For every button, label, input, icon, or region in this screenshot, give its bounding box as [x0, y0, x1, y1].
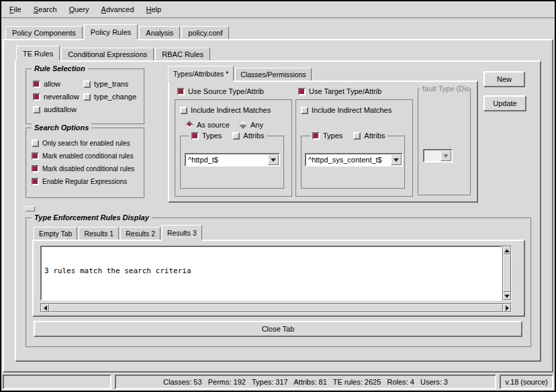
- results-vertical-scrollbar[interactable]: [502, 246, 512, 301]
- scroll-left-button[interactable]: [41, 304, 49, 312]
- tab-classes-permissions[interactable]: Classes/Permissions: [235, 68, 311, 81]
- combobox-value: ^httpd_t$: [186, 154, 268, 165]
- radio-types-target[interactable]: Types: [312, 132, 342, 140]
- tab-conditional-expressions[interactable]: Conditional Expressions: [61, 48, 154, 60]
- radio-label: Attribs: [364, 132, 385, 140]
- dropdown-arrow-button: [441, 150, 451, 161]
- menu-advanced[interactable]: Advanced: [101, 5, 134, 13]
- scroll-down-button[interactable]: [503, 292, 511, 300]
- checkbox-icon: [301, 107, 308, 114]
- menu-bar: File Search Query Advanced Help: [1, 1, 555, 19]
- checkbox-label: neverallow: [44, 93, 79, 101]
- menu-file[interactable]: File: [9, 5, 21, 13]
- radio-any[interactable]: Any: [239, 121, 263, 129]
- radio-label: Types: [202, 132, 222, 140]
- target-criteria-frame: Include Indirect Matches Types Attribs: [295, 99, 414, 197]
- checkbox-mark-disabled-conditional[interactable]: Mark disabled conditional rules: [32, 165, 134, 173]
- sash-handle[interactable]: [26, 206, 35, 211]
- checkbox-label: Mark enabled conditional rules: [42, 152, 134, 160]
- results-text[interactable]: 3 rules match the search criteria (5822)…: [40, 246, 502, 301]
- checkbox-icon: [32, 165, 39, 173]
- tab-policy-conf[interactable]: policy.conf: [181, 26, 229, 39]
- checkbox-icon: [32, 140, 39, 147]
- update-button[interactable]: Update: [483, 95, 526, 111]
- tab-empty[interactable]: Empty Tab: [34, 227, 77, 240]
- results-group: Type Enforcement Rules Display Empty Tab…: [26, 217, 532, 348]
- policy-rules-page: TE Rules Conditional Expressions RBAC Ru…: [3, 39, 553, 373]
- results-horizontal-scrollbar[interactable]: [40, 303, 512, 313]
- target-types-attribs-group: Types Attribs ^httpd_sys_content_t$: [301, 136, 406, 189]
- checkbox-mark-enabled-conditional[interactable]: Mark enabled conditional rules: [32, 152, 134, 160]
- radio-label: Attribs: [243, 132, 264, 140]
- checkbox-neverallow[interactable]: neverallow: [33, 93, 79, 101]
- target-types-attribs-radios: Types Attribs: [310, 132, 387, 140]
- tab-analysis[interactable]: Analysis: [139, 26, 180, 39]
- tab-types-attributes[interactable]: Types/Attributes *: [168, 66, 234, 81]
- tab-rbac-rules[interactable]: RBAC Rules: [155, 48, 210, 60]
- horizontal-scrollbar-thumb[interactable]: [49, 304, 503, 312]
- source-types-attribs-radios: Types Attribs: [189, 132, 267, 140]
- checkbox-label: type_trans: [94, 80, 128, 88]
- dropdown-arrow-button[interactable]: [391, 154, 402, 165]
- target-type-combobox[interactable]: ^httpd_sys_content_t$: [305, 153, 403, 166]
- search-options-list: Only search for enabled rules Mark enabl…: [32, 140, 134, 185]
- radio-attribs-source[interactable]: Attribs: [232, 132, 264, 140]
- tab-policy-rules[interactable]: Policy Rules: [84, 24, 138, 39]
- checkbox-label: allow: [44, 80, 60, 88]
- default-type-panel: fault Type (Disa: [418, 89, 471, 196]
- new-button[interactable]: New: [483, 71, 525, 87]
- chevron-down-icon: [271, 158, 276, 162]
- scroll-up-button[interactable]: [503, 246, 511, 254]
- te-rules-page: Rule Selection allow neverallow auditall…: [15, 60, 541, 362]
- status-stats: Classes: 53 Perms: 192 Types: 317 Attrib…: [115, 375, 496, 389]
- checkbox-only-enabled-rules[interactable]: Only search for enabled rules: [32, 140, 134, 147]
- checkbox-auditallow[interactable]: auditallow: [33, 105, 79, 113]
- tab-results-3[interactable]: Results 3: [162, 225, 202, 240]
- checkbox-label: auditallow: [44, 105, 77, 113]
- checkbox-icon: [33, 81, 40, 88]
- chevron-down-icon: [443, 154, 449, 158]
- checkbox-include-indirect-source[interactable]: Include Indirect Matches: [180, 106, 271, 114]
- close-tab-button[interactable]: Close Tab: [34, 321, 522, 337]
- status-left: [3, 375, 111, 389]
- menu-search[interactable]: Search: [34, 5, 57, 13]
- tab-te-rules[interactable]: TE Rules: [16, 46, 60, 60]
- checkbox-include-indirect-target[interactable]: Include Indirect Matches: [301, 106, 391, 114]
- checkbox-label: Enable Regular Expressions: [42, 178, 127, 185]
- checkbox-icon: [32, 178, 39, 185]
- checkbox-enable-regex[interactable]: Enable Regular Expressions: [32, 178, 134, 185]
- results-group-title: Type Enforcement Rules Display: [32, 213, 152, 222]
- tab-results-1[interactable]: Results 1: [79, 227, 119, 240]
- source-types-attribs-group: Types Attribs ^httpd_t$: [180, 136, 285, 189]
- menu-query[interactable]: Query: [69, 5, 89, 13]
- rule-selection-col1: allow neverallow auditallow: [33, 80, 79, 113]
- tab-results-2[interactable]: Results 2: [120, 227, 160, 240]
- checkbox-use-target-type[interactable]: Use Target Type/Attrib: [298, 87, 381, 95]
- default-type-title: fault Type (Disa: [420, 85, 469, 93]
- checkbox-allow[interactable]: allow: [33, 80, 79, 88]
- checkbox-icon: [33, 93, 40, 101]
- radio-icon: [353, 132, 361, 140]
- source-type-combobox[interactable]: ^httpd_t$: [185, 153, 280, 166]
- radio-label: Types: [323, 132, 342, 140]
- menu-help[interactable]: Help: [146, 5, 162, 13]
- radio-types-source[interactable]: Types: [191, 132, 222, 140]
- scroll-right-button[interactable]: [503, 304, 511, 312]
- checkbox-type-change[interactable]: type_change: [83, 93, 136, 101]
- checkbox-icon: [298, 88, 306, 95]
- checkbox-label: Include Indirect Matches: [191, 106, 271, 114]
- radio-as-source[interactable]: As source: [185, 121, 230, 129]
- radio-icon: [239, 121, 246, 128]
- checkbox-label: type_change: [94, 93, 136, 101]
- arrow-down-icon: [504, 295, 510, 298]
- dropdown-arrow-button[interactable]: [268, 154, 279, 165]
- checkbox-use-source-type[interactable]: Use Source Type/Attrib: [177, 87, 264, 95]
- radio-attribs-target[interactable]: Attribs: [353, 132, 385, 140]
- apol-window: File Search Query Advanced Help Policy C…: [0, 0, 556, 392]
- rule-selection-col2: type_trans type_change: [83, 80, 136, 101]
- combobox-value: [424, 150, 441, 161]
- checkbox-type-trans[interactable]: type_trans: [83, 80, 136, 88]
- tab-policy-components[interactable]: Policy Components: [5, 26, 83, 39]
- radio-icon: [312, 132, 320, 140]
- vertical-scrollbar-thumb[interactable]: [503, 254, 511, 292]
